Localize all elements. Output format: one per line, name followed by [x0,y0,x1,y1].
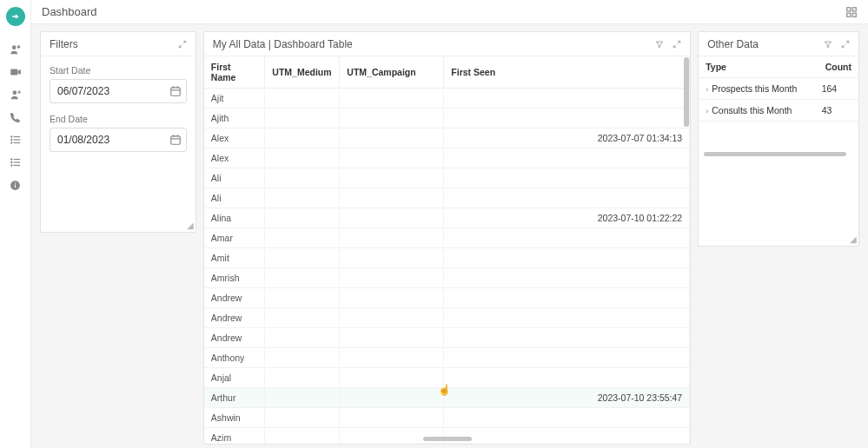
cell-utm-campaign [340,208,444,228]
cell-utm-campaign [340,288,444,308]
start-date-label: Start Date [50,65,187,76]
expand-icon[interactable] [673,40,681,49]
cell-first-name: Alina [204,208,265,228]
app-logo[interactable] [6,7,25,26]
cell-utm-campaign [340,89,444,109]
nav-users-icon[interactable] [9,43,23,56]
svg-point-13 [10,159,11,160]
cell-utm-campaign [340,408,444,428]
filter-icon[interactable] [824,40,832,49]
chevron-right-icon[interactable]: › [706,107,708,115]
svg-rect-18 [15,182,16,183]
svg-rect-19 [847,7,851,10]
table-row[interactable]: Alina2023-07-10 01:22:22 [204,208,690,228]
table-row[interactable]: Ali [204,168,690,188]
table-row[interactable]: ›Prospects this Month164 [699,78,858,100]
resize-handle[interactable]: ◢ [848,235,857,244]
col-count[interactable]: Count [818,56,858,78]
end-date-input[interactable] [50,128,187,152]
cell-first-seen: 2023-07-10 01:22:22 [444,208,690,228]
expand-icon[interactable] [841,40,850,49]
cell-first-name: Ali [204,188,265,208]
table-row[interactable]: Ajit [204,89,690,109]
workspace: Filters Start Date End Date [31,24,868,448]
table-row[interactable]: Alex2023-07-07 01:34:13 [204,128,690,148]
table-row[interactable]: Amrish [204,268,690,288]
nav-list-icon[interactable] [9,133,23,147]
cell-utm-medium [265,128,340,148]
expand-icon[interactable] [178,40,187,49]
horizontal-scrollbar[interactable] [423,437,472,441]
table-row[interactable]: Andrew [204,288,690,308]
nav-video-icon[interactable] [9,65,23,79]
cell-first-name: Ashwin [204,408,265,428]
table-row[interactable]: Andrew [204,308,690,328]
table-row[interactable]: Anthony [204,348,690,368]
nav-phone-icon[interactable] [9,110,23,124]
cell-utm-medium [265,408,340,428]
main-table-scroll[interactable]: First Name UTM_Medium UTM_Campaign First… [204,56,690,444]
svg-point-7 [10,136,11,137]
svg-point-15 [10,165,11,166]
col-utm-medium[interactable]: UTM_Medium [265,56,340,89]
cell-utm-campaign [340,388,444,408]
horizontal-scrollbar[interactable] [704,152,846,156]
cell-count: 164 [818,78,858,100]
cell-utm-medium [265,328,340,348]
cell-utm-medium [265,208,340,228]
cell-utm-medium [265,368,340,388]
cell-utm-campaign [340,368,444,388]
cell-utm-medium [265,148,340,168]
cell-utm-medium [265,228,340,248]
cell-first-seen [444,89,690,109]
cell-first-seen [444,168,690,188]
start-date-input[interactable] [50,79,187,103]
main-table-title: My All Data | Dashboard Table [213,38,353,50]
cell-first-seen [444,408,690,428]
filter-icon[interactable] [655,40,664,49]
resize-handle[interactable]: ◢ [185,221,194,230]
table-row[interactable]: Ajith [204,109,690,128]
col-first-seen[interactable]: First Seen [444,56,690,89]
cell-count: 43 [818,100,858,122]
layout-grid-icon[interactable] [845,6,858,18]
cell-first-seen [444,328,690,348]
table-row[interactable]: Ali [204,188,690,208]
table-row[interactable]: Anjal [204,368,690,388]
table-row[interactable]: Ashwin [204,408,690,428]
cell-first-seen [444,188,690,208]
chevron-right-icon[interactable]: › [706,85,708,94]
col-type[interactable]: Type [699,56,818,78]
table-row[interactable]: Alex [204,148,690,168]
cell-first-seen: 2023-07-07 01:34:13 [444,128,690,148]
type-label: Prospects this Month [712,83,797,94]
cell-first-name: Andrew [204,288,265,308]
table-row[interactable]: Amar [204,228,690,248]
table-row[interactable]: ›Consults this Month43 [699,100,858,122]
svg-rect-17 [15,184,16,188]
vertical-scrollbar[interactable] [684,57,689,127]
main-data-card: My All Data | Dashboard Table First Name… [203,31,691,445]
type-label: Consults this Month [712,105,792,115]
nav-add-user-icon[interactable] [9,88,23,102]
nav-info-icon[interactable] [9,178,23,192]
table-row[interactable]: Amit [204,248,690,268]
sidebar [0,0,31,448]
nav-list2-icon[interactable] [9,155,23,169]
cell-first-name: Andrew [204,308,265,328]
other-data-card: Other Data Type Count ›Prospects this Mo… [698,31,859,247]
table-row[interactable]: Arthur2023-07-10 23:55:47 [204,388,690,408]
cell-first-seen [444,268,690,288]
table-row[interactable]: Andrew [204,328,690,348]
cell-utm-medium [265,388,340,408]
cell-first-name: Arthur [204,388,265,408]
cell-first-seen [444,428,690,445]
svg-point-14 [10,161,11,162]
cell-first-name: Azim [204,428,265,445]
cell-utm-medium [265,268,340,288]
col-utm-campaign[interactable]: UTM_Campaign [340,56,444,89]
col-first-name[interactable]: First Name [204,56,265,89]
cell-first-name: Alex [204,148,265,168]
table-row[interactable]: Azim [204,428,690,445]
cell-first-seen [444,248,690,268]
